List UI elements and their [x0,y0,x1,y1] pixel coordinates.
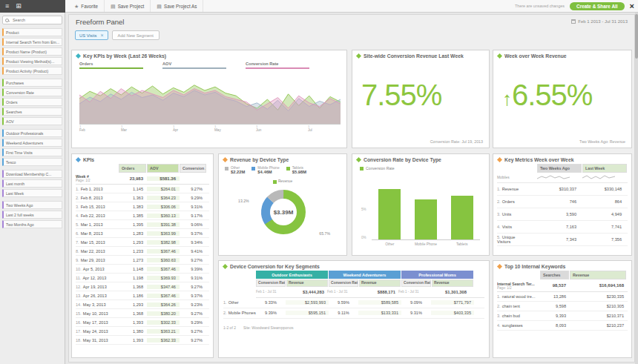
table-row[interactable]: 3.chain bud 9,393 $210,371 [497,311,628,321]
sidebar-item[interactable]: Two Months Ago [2,220,62,228]
table-row[interactable]: 7.Mar 15, 2013 1,293 $382.98 9.34% [76,238,209,247]
table-row[interactable]: 8.Mar 22, 2013 1,233 $367.46 9.41% [76,247,209,256]
table-row[interactable]: 1.Other 9.33% $2,593,993 9.59% $589,585 … [223,298,484,308]
sub-column-header[interactable]: Conversion Rate [401,279,431,287]
table-row[interactable]: 11.Apr 12, 2013 1,198 $369.93 9.31% [76,274,209,282]
pagination-label[interactable]: Page: 1/2 [76,179,115,182]
aov-value: $364.23 [147,196,180,200]
table-row[interactable]: 9.Mar 29, 2013 1,273 $360.63 9.27% [76,256,209,265]
column-header-revenue[interactable]: Revenue [570,271,626,279]
add-segment-button[interactable]: Add New Segment [112,30,160,40]
sidebar-item[interactable]: Product Viewing Method(s)... [2,57,62,65]
table-row[interactable]: 2.Mobile Phones 9.39% $595,151 9.11% $13… [223,308,484,319]
bar[interactable] [415,199,437,239]
sub-column-header[interactable]: Revenue [359,279,401,287]
sidebar-item[interactable]: Outdoor Professionals [2,129,62,137]
date-range-picker[interactable]: Feb 1 2013 - Jul 31 2013 [571,19,628,24]
sidebar-item[interactable]: Product Name (Product) [2,47,62,56]
sidebar-item[interactable]: Download Membership C... [2,170,62,178]
table-row[interactable]: 5.Unique Visitors 7,343 7,356 [497,234,628,246]
table-row[interactable]: 2.Feb 8, 2013 1,363 $364.23 9.29% [76,193,209,202]
table-row[interactable]: 18.May 31, 2013 1,393 $362.33 9.27% [76,336,209,345]
column-header-aov[interactable]: AOV [147,164,179,173]
chip-close-icon[interactable]: × [100,33,103,38]
legend-item[interactable]: Other $2.22M [225,166,245,174]
apps-grid-icon[interactable]: ⊞ [16,3,22,10]
metric-tab[interactable]: AOV [162,62,226,69]
hamburger-menu-icon[interactable]: ≡ [5,3,9,10]
table-row[interactable]: 4.sunglasses 8,093 $210,237 [497,321,628,331]
create-share-all-button[interactable]: Create & Share All [570,2,625,10]
sidebar-item[interactable]: AOV [2,117,62,125]
column-header-searches[interactable]: Searches [540,271,569,279]
bar[interactable] [451,196,473,239]
row-index: 2. [497,304,501,308]
two-weeks-ago-value: 7,163 [537,225,582,229]
scrollbar-thumb[interactable] [635,14,638,59]
bar[interactable] [378,189,401,239]
scrollbar[interactable] [635,13,638,364]
column-header-orders[interactable]: Orders [119,164,146,173]
metric-tab[interactable]: Orders [79,62,143,69]
sidebar-item[interactable]: Orders [2,98,62,106]
search-input[interactable] [11,17,59,23]
column-header-conversion[interactable]: Conversion ... [180,164,206,173]
segment-chip[interactable]: US Visits × [75,30,108,40]
table-row[interactable]: 5.Mar 1, 2013 1,395 $391.38 9.06% [76,220,209,229]
pagination-label[interactable]: Page: 1/2 [497,286,536,290]
area-chart[interactable] [79,71,341,125]
revenue-value: $210,237 [570,323,628,328]
sidebar-item[interactable]: Weekend Adventurers [2,139,62,147]
table-row[interactable]: 4.Visits 7,163 7,741 [497,221,628,234]
table-row[interactable]: 14.May 3, 2013 1,293 $364.26 9.23% [76,300,209,309]
table-row[interactable]: 1.Feb 1, 2013 1,145 $264.01 9.27% [76,185,209,193]
sidebar-item[interactable]: Two Weeks Ago [2,201,62,209]
sidebar-item[interactable]: Conversion Rate [2,88,62,96]
table-row[interactable]: 10.Apr 5, 2013 1,148 $367.46 9.39% [76,265,209,274]
table-row[interactable]: 15.May 10, 2013 1,368 $380.20 9.27% [76,309,209,318]
sub-column-header[interactable]: Conversion Rate [256,279,286,287]
sidebar-item[interactable]: Tesco [2,158,62,166]
sidebar-item[interactable]: Product [2,28,62,36]
table-row[interactable]: 4.Feb 22, 2013 1,385 $360.13 9.17% [76,211,209,220]
close-icon[interactable]: × [630,2,634,10]
sidebar-search[interactable] [2,16,62,24]
aov-value: $362.33 [147,338,180,343]
sidebar-item[interactable]: Searches [2,107,62,116]
table-row[interactable]: 2.Orders 746 864 [497,196,628,208]
sidebar-item[interactable]: Product Activity (Product) [2,67,62,75]
sidebar-item[interactable]: Last 2 full weeks [2,211,62,219]
sidebar-item[interactable]: Purchases [2,79,62,87]
sidebar-item[interactable]: Internal Search Term from Em... [2,38,62,46]
segment-header-tab[interactable]: Outdoor Enthusiasts [256,271,328,279]
sub-column-header[interactable]: Conversion Rate [329,279,358,287]
save-project-label: Save Project [118,4,145,9]
sidebar-item[interactable]: Last month [2,179,62,188]
sidebar-item[interactable]: Last Week [2,189,62,197]
column-header-last-week[interactable]: Last Week [582,164,627,173]
table-row[interactable]: 6.Mar 8, 2013 1,283 $363.99 9.37% [76,229,209,238]
keyword: sunglasses [502,323,527,328]
table-row[interactable]: 2.chain tent 9,598 $210,305 [497,302,628,311]
sub-column-header[interactable]: Revenue [432,279,473,287]
legend-item[interactable]: Tablets $5.98M [286,166,306,174]
table-row[interactable]: 17.May 24, 2013 1,380 $363.21 9.27% [76,327,209,336]
legend-item[interactable]: Mobile Phone $4.46M [251,166,279,174]
sidebar-item[interactable]: First Time Visits [2,148,62,156]
segment-header-tab[interactable]: Professional Moms [401,271,473,279]
metric-tab[interactable]: Conversion Rate [246,62,309,69]
conversion-value: 9.59% [329,300,358,305]
table-row[interactable]: 1.natural wood tre... 13,286 $230,335 [497,292,628,302]
table-row[interactable]: 13.Apr 26, 2013 1,186 $367.46 9.37% [76,291,209,300]
segment-header-tab[interactable]: Weekend Adventurers [329,271,401,279]
favorite-button[interactable]: ★ Favorite [68,0,105,12]
table-row[interactable]: 1.Revenue $310,337 $330,148 [497,183,628,196]
column-header-two-weeks-ago[interactable]: Two Weeks Ago [537,164,582,173]
table-row[interactable]: 3.Units 3,590 4,949 [497,208,628,221]
table-row[interactable]: 3.Feb 15, 2013 1,383 $306.06 9.31% [76,202,209,211]
table-row[interactable]: 12.Apr 19, 2013 1,368 $347.46 9.27% [76,282,209,291]
save-project-as-button[interactable]: ▤ Save Project As [151,0,203,12]
sub-column-header[interactable]: Revenue [286,279,328,287]
table-row[interactable]: 16.May 17, 2013 1,393 $302.33 9.29% [76,318,209,327]
save-project-button[interactable]: ▤ Save Project [105,0,151,12]
